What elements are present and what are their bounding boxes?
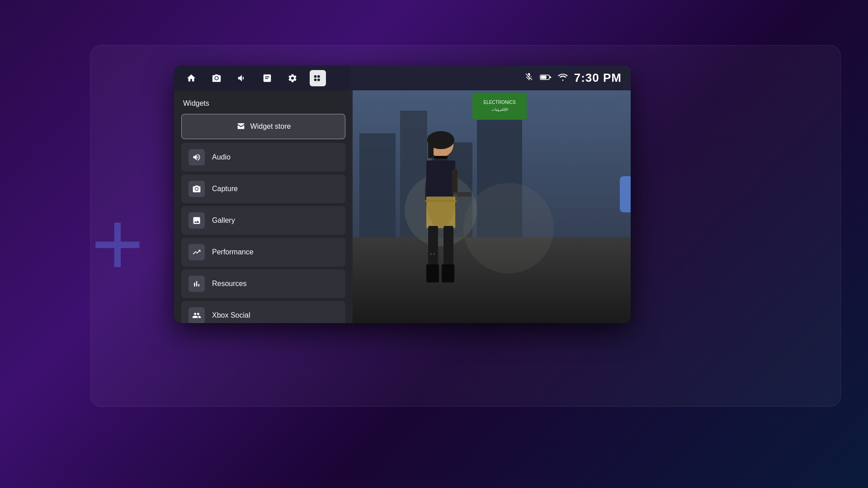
nav-icons-group	[183, 70, 524, 86]
audio-nav-icon[interactable]	[234, 70, 250, 86]
capture-item-label: Capture	[212, 185, 238, 193]
resources-item-label: Resources	[212, 280, 246, 288]
xbox-social-item-icon	[189, 307, 205, 323]
audio-widget-item[interactable]: Audio	[181, 143, 345, 172]
widgets-nav-icon[interactable]	[310, 70, 326, 86]
gallery-item-icon	[189, 212, 205, 229]
svg-rect-15	[426, 160, 455, 201]
capture-item-icon	[189, 181, 205, 197]
time-display: 7:30 PM	[574, 71, 622, 85]
svg-rect-28	[541, 75, 546, 79]
xbox-social-widget-item[interactable]: Xbox Social	[181, 301, 345, 323]
svg-text:ELECTRONICS: ELECTRONICS	[483, 100, 515, 105]
topbar: 7:30 PM	[174, 66, 631, 90]
widgets-panel: Widgets Widget store Audio Cap	[174, 90, 353, 323]
svg-rect-6	[472, 93, 527, 120]
svg-rect-2	[359, 133, 396, 237]
gallery-widget-item[interactable]: Gallery	[181, 206, 345, 235]
svg-rect-22	[426, 264, 439, 282]
svg-rect-14	[428, 136, 434, 158]
performance-widget-item[interactable]: Performance	[181, 238, 345, 267]
battery-icon	[540, 74, 552, 83]
resources-item-icon	[189, 276, 205, 292]
decorative-cross	[81, 208, 154, 280]
performance-item-label: Performance	[212, 248, 254, 256]
widgets-title: Widgets	[181, 99, 345, 108]
settings-nav-icon[interactable]	[284, 70, 301, 86]
performance-item-icon	[189, 244, 205, 260]
side-tab[interactable]	[620, 176, 631, 212]
mic-muted-icon	[524, 72, 533, 84]
wifi-icon	[558, 73, 568, 83]
main-window: ELECTRONICS الإلكترونيات	[174, 66, 631, 323]
gallery-nav-icon[interactable]	[259, 70, 275, 86]
gallery-item-label: Gallery	[212, 216, 235, 225]
audio-item-label: Audio	[212, 153, 231, 161]
widget-store-button[interactable]: Widget store	[181, 114, 345, 139]
svg-rect-29	[550, 76, 551, 78]
svg-text:الإلكترونيات: الإلكترونيات	[491, 108, 508, 112]
home-nav-icon[interactable]	[183, 70, 199, 86]
audio-item-icon	[189, 149, 205, 165]
svg-rect-23	[442, 264, 454, 282]
xbox-social-item-label: Xbox Social	[212, 311, 250, 319]
resources-widget-item[interactable]: Resources	[181, 269, 345, 298]
capture-nav-icon[interactable]	[208, 70, 225, 86]
store-icon	[236, 122, 246, 131]
widget-store-label: Widget store	[250, 122, 291, 131]
svg-rect-25	[434, 156, 448, 159]
capture-widget-item[interactable]: Capture	[181, 174, 345, 203]
svg-text:✦✦: ✦✦	[429, 252, 436, 256]
svg-point-10	[463, 183, 554, 273]
game-scene-svg: ELECTRONICS الإلكترونيات	[350, 66, 631, 323]
status-icons-group: 7:30 PM	[524, 71, 622, 85]
